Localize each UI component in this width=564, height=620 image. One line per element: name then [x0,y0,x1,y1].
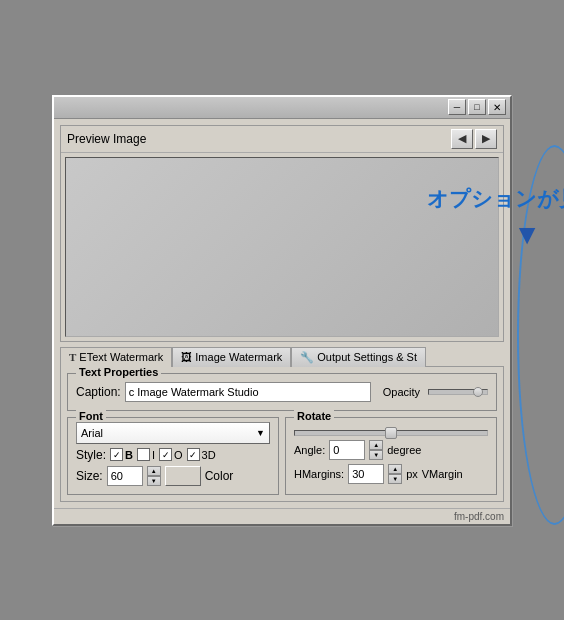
preview-image [66,158,498,336]
font-group-label: Font [76,410,106,422]
angle-spinner: ▲ ▼ [369,440,383,460]
preview-header: Preview Image ◀ ▶ [61,126,503,153]
main-window: ─ □ ✕ Preview Image ◀ ▶ [52,95,512,526]
style-3d-checkbox[interactable] [187,448,200,461]
style-o-label[interactable]: O [159,448,183,461]
output-tab-icon: 🔧 [300,351,314,364]
hmargins-down-button[interactable]: ▼ [388,474,402,484]
rotate-slider-thumb [385,427,397,439]
tabs-row: T EText Watermark 🖼 Image Watermark 🔧 Ou… [60,346,504,366]
title-controls: ─ □ ✕ [448,99,506,115]
text-props-row: Caption: Opacity [76,382,488,402]
px-label: px [406,468,418,480]
opacity-slider[interactable] [428,389,488,395]
margins-row: HMargins: ▲ ▼ px VMargin [294,464,488,484]
bottom-row: Font Arial ▼ Style: B [67,417,497,495]
size-spinner: ▲ ▼ [147,466,161,486]
rotate-slider[interactable] [294,430,488,436]
size-input[interactable] [107,466,143,486]
font-name: Arial [81,427,103,439]
preview-nav: ◀ ▶ [451,129,497,149]
style-b-checkbox[interactable] [110,448,123,461]
title-bar: ─ □ ✕ [54,97,510,119]
size-row: Size: ▲ ▼ Color [76,466,270,486]
style-i-text: I [152,449,155,461]
angle-label: Angle: [294,444,325,456]
etext-tab-label: EText Watermark [79,351,163,363]
maximize-button[interactable]: □ [468,99,486,115]
image-tab-label: Image Watermark [195,351,282,363]
footer: fm-pdf.com [54,508,510,524]
style-b-label[interactable]: B [110,448,133,461]
preview-back-button[interactable]: ◀ [451,129,473,149]
tab-output[interactable]: 🔧 Output Settings & St [291,347,426,367]
opacity-slider-thumb [473,387,483,397]
style-b-text: B [125,449,133,461]
preview-forward-button[interactable]: ▶ [475,129,497,149]
output-tab-label: Output Settings & St [317,351,417,363]
size-down-button[interactable]: ▼ [147,476,161,486]
style-o-text: O [174,449,183,461]
caption-label: Caption: [76,385,121,399]
annotation-ellipse [517,145,564,525]
style-3d-label[interactable]: 3D [187,448,216,461]
close-button[interactable]: ✕ [488,99,506,115]
font-dropdown-icon: ▼ [256,428,265,438]
minimize-button[interactable]: ─ [448,99,466,115]
style-label: Style: [76,448,106,462]
color-button[interactable] [165,466,201,486]
font-select[interactable]: Arial ▼ [76,422,270,444]
preview-canvas [65,157,499,337]
style-3d-text: 3D [202,449,216,461]
tab-image[interactable]: 🖼 Image Watermark [172,347,291,367]
main-panel: Text Properties Caption: Opacity Font [60,366,504,502]
font-group: Font Arial ▼ Style: B [67,417,279,495]
image-tab-icon: 🖼 [181,351,192,363]
preview-section: Preview Image ◀ ▶ [60,125,504,342]
degree-label: degree [387,444,421,456]
hmargins-up-button[interactable]: ▲ [388,464,402,474]
style-i-label[interactable]: I [137,448,155,461]
angle-input[interactable] [329,440,365,460]
hmargins-label: HMargins: [294,468,344,480]
text-properties-group: Text Properties Caption: Opacity [67,373,497,411]
angle-up-button[interactable]: ▲ [369,440,383,450]
size-label: Size: [76,469,103,483]
text-properties-label: Text Properties [76,366,161,378]
size-up-button[interactable]: ▲ [147,466,161,476]
rotate-group: Rotate Angle: ▲ ▼ degree [285,417,497,495]
footer-text: fm-pdf.com [454,511,504,522]
hmargins-input[interactable] [348,464,384,484]
etext-tab-icon: T [69,351,76,363]
style-o-checkbox[interactable] [159,448,172,461]
caption-input[interactable] [125,382,371,402]
color-label: Color [205,469,234,483]
rotate-group-label: Rotate [294,410,334,422]
style-row: Style: B I O [76,448,270,462]
angle-down-button[interactable]: ▼ [369,450,383,460]
opacity-label: Opacity [383,386,420,398]
angle-row: Angle: ▲ ▼ degree [294,440,488,460]
vmargins-label: VMargin [422,468,463,480]
preview-label: Preview Image [67,132,146,146]
tab-etext[interactable]: T EText Watermark [60,347,172,367]
style-i-checkbox[interactable] [137,448,150,461]
hmargins-spinner: ▲ ▼ [388,464,402,484]
